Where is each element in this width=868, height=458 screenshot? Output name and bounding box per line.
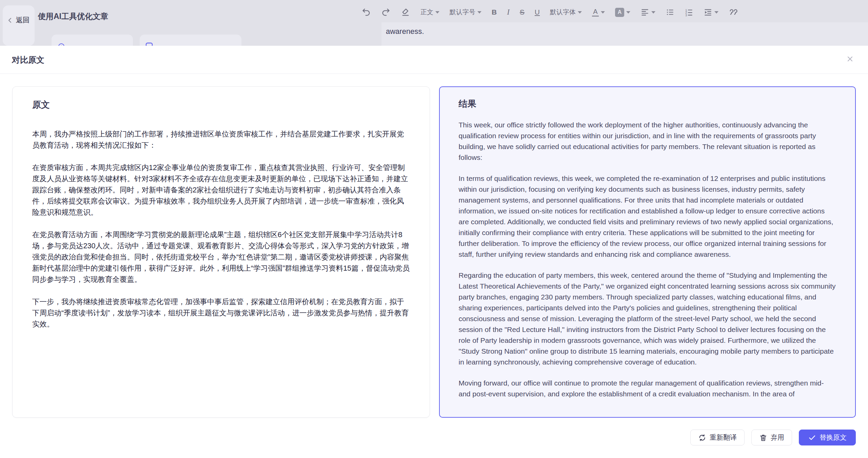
background-card-right bbox=[140, 35, 241, 46]
retranslate-button[interactable]: 重新翻译 bbox=[690, 430, 745, 445]
modal-actions: 重新翻译 弃用 替换原文 bbox=[690, 430, 856, 445]
chevron-down-icon bbox=[477, 11, 481, 14]
original-paragraph: 本周，我办严格按照上级部门的工作部署，持续推进辖区单位资质审核工作，并结合基层党… bbox=[32, 129, 410, 151]
result-text-panel[interactable]: 结果 This week, our office strictly follow… bbox=[439, 86, 856, 418]
result-paragraph: Regarding the education of party members… bbox=[459, 270, 836, 368]
ordered-list-button[interactable]: 123 bbox=[685, 8, 693, 17]
chevron-down-icon bbox=[626, 11, 630, 14]
align-left-icon bbox=[640, 8, 649, 17]
font-size-select[interactable]: 默认字号 bbox=[450, 8, 481, 17]
original-heading: 原文 bbox=[32, 99, 410, 110]
app-root: 返回 使用AI工具优化文章 正文 默认字号 bbox=[0, 0, 868, 458]
redo-icon bbox=[381, 7, 391, 17]
redo-button[interactable] bbox=[381, 7, 391, 17]
strikethrough-button[interactable]: S bbox=[520, 8, 525, 16]
bullet-list-button[interactable] bbox=[666, 8, 674, 17]
font-color-button[interactable]: A bbox=[592, 8, 605, 17]
background-card-left bbox=[52, 35, 133, 46]
font-color-icon: A bbox=[592, 8, 599, 17]
formatting-toolbar: 正文 默认字号 B I S U 默认字体 A bbox=[361, 5, 738, 20]
quote-button[interactable] bbox=[729, 7, 738, 17]
highlight-icon: A bbox=[615, 8, 624, 17]
result-paragraphs: This week, our office strictly followed … bbox=[459, 120, 836, 399]
undo-icon bbox=[361, 7, 371, 17]
divider bbox=[0, 74, 868, 74]
chevron-down-icon bbox=[714, 11, 718, 14]
italic-button[interactable]: I bbox=[507, 8, 510, 17]
editor-background: 返回 使用AI工具优化文章 正文 默认字号 bbox=[0, 0, 868, 46]
compare-modal: 对比原文 原文 本周，我办严格按照上级部门的工作部署，持续推进辖区单位资质审核工… bbox=[0, 46, 868, 458]
comparison-panels: 原文 本周，我办严格按照上级部门的工作部署，持续推进辖区单位资质审核工作，并结合… bbox=[12, 86, 856, 418]
refresh-icon bbox=[698, 434, 706, 442]
highlight-color-button[interactable]: A bbox=[615, 8, 630, 17]
svg-text:3: 3 bbox=[685, 14, 687, 17]
editor-page-surface bbox=[381, 22, 868, 46]
chevron-down-icon bbox=[435, 11, 439, 14]
result-paragraph: This week, our office strictly followed … bbox=[459, 120, 836, 163]
original-text-panel: 原文 本周，我办严格按照上级部门的工作部署，持续推进辖区单位资质审核工作，并结合… bbox=[12, 86, 430, 418]
original-paragraph: 在资质审核方面，本周共完成辖区内12家企事业单位的资质复审工作，重点核查其营业执… bbox=[32, 162, 410, 218]
underline-button[interactable]: U bbox=[535, 8, 540, 16]
result-paragraph: In terms of qualification reviews, this … bbox=[459, 173, 836, 260]
modal-title: 对比原文 bbox=[12, 55, 44, 65]
document-title: 使用AI工具优化文章 bbox=[38, 11, 108, 22]
discard-button[interactable]: 弃用 bbox=[751, 430, 792, 445]
replace-original-label: 替换原文 bbox=[820, 433, 847, 442]
back-button[interactable]: 返回 bbox=[3, 5, 35, 46]
chevron-down-icon bbox=[601, 11, 605, 14]
original-paragraph: 在党员教育活动方面，本周围绕“学习贯彻党的最新理论成果”主题，组织辖区6个社区党… bbox=[32, 229, 410, 285]
chevron-left-icon bbox=[7, 17, 13, 23]
square-icon bbox=[145, 42, 153, 46]
editor-visible-text: awareness. bbox=[386, 27, 424, 36]
chevron-down-icon bbox=[578, 11, 582, 14]
original-paragraphs: 本周，我办严格按照上级部门的工作部署，持续推进辖区单位资质审核工作，并结合基层党… bbox=[32, 129, 410, 330]
font-size-value: 默认字号 bbox=[450, 8, 475, 17]
back-label: 返回 bbox=[16, 16, 29, 25]
close-button[interactable] bbox=[844, 53, 856, 65]
original-paragraph: 下一步，我办将继续推进资质审核常态化管理，加强事中事后监管，探索建立信用评价机制… bbox=[32, 296, 410, 330]
bold-button[interactable]: B bbox=[492, 8, 497, 16]
result-paragraph: Moving forward, our office will continue… bbox=[459, 378, 836, 399]
circle-icon bbox=[57, 42, 65, 46]
result-heading: 结果 bbox=[459, 98, 836, 109]
quote-icon bbox=[729, 7, 738, 17]
trash-icon bbox=[759, 434, 767, 442]
replace-original-button[interactable]: 替换原文 bbox=[799, 430, 856, 445]
bullet-list-icon bbox=[666, 8, 674, 17]
eraser-icon bbox=[401, 7, 410, 17]
font-family-select[interactable]: 默认字体 bbox=[550, 8, 582, 17]
retranslate-label: 重新翻译 bbox=[710, 433, 737, 442]
discard-label: 弃用 bbox=[771, 433, 784, 442]
ordered-list-icon: 123 bbox=[685, 8, 693, 17]
paragraph-style-select[interactable]: 正文 bbox=[420, 8, 439, 17]
close-icon bbox=[846, 55, 854, 63]
paragraph-style-value: 正文 bbox=[420, 8, 433, 17]
indent-select[interactable] bbox=[704, 8, 718, 17]
clear-format-button[interactable] bbox=[401, 7, 410, 17]
chevron-down-icon bbox=[651, 11, 655, 14]
check-icon bbox=[808, 434, 816, 442]
indent-icon bbox=[704, 8, 712, 17]
undo-button[interactable] bbox=[361, 7, 371, 17]
align-select[interactable] bbox=[640, 8, 655, 17]
font-family-value: 默认字体 bbox=[550, 8, 576, 17]
